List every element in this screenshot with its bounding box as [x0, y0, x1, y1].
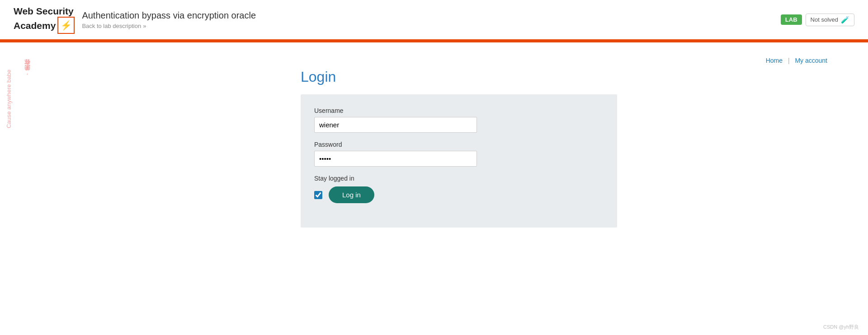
login-section: Login Username Password Stay logged in L…: [219, 69, 649, 228]
logo-area: Web Security Academy ⚡: [14, 5, 75, 34]
not-solved-badge: Not solved 🧪: [806, 14, 854, 26]
stay-logged-group: Stay logged in Log in: [314, 175, 604, 203]
stay-logged-checkbox[interactable]: [314, 191, 322, 199]
login-form-box: Username Password Stay logged in Log in: [301, 94, 617, 228]
password-label: Password: [314, 141, 604, 148]
login-button[interactable]: Log in: [329, 186, 374, 203]
checkbox-row: Log in: [314, 186, 604, 203]
watermark-left2: 来爱的，有你在: [23, 70, 32, 75]
watermark-left: Cause anywhere babe: [5, 70, 14, 128]
username-group: Username: [314, 107, 604, 133]
logo-text-block: Web Security Academy ⚡: [14, 5, 75, 34]
password-group: Password: [314, 141, 604, 167]
my-account-link[interactable]: My account: [795, 57, 827, 64]
logo-icon: ⚡: [57, 17, 75, 34]
username-label: Username: [314, 107, 604, 114]
username-input[interactable]: [314, 117, 477, 133]
flask-icon: 🧪: [841, 16, 849, 24]
login-title: Login: [301, 69, 649, 85]
lab-title: Authentication bypass via encryption ora…: [82, 10, 780, 21]
header: Web Security Academy ⚡ Authentication by…: [0, 0, 868, 41]
content-area: Home | My account Cause anywhere babe 来爱…: [0, 42, 868, 241]
back-to-lab-link[interactable]: Back to lab description »: [82, 23, 780, 29]
stay-logged-label: Stay logged in: [314, 175, 604, 182]
nav-links: Home | My account: [14, 51, 854, 69]
password-input[interactable]: [314, 151, 477, 167]
home-link[interactable]: Home: [766, 57, 783, 64]
lab-badge: LAB: [781, 14, 802, 25]
header-title-area: Authentication bypass via encryption ora…: [82, 10, 780, 29]
status-text: Not solved: [811, 16, 838, 23]
header-right: LAB Not solved 🧪: [781, 14, 854, 26]
logo-line1: Web Security: [14, 5, 75, 17]
logo-line2: Academy: [14, 20, 56, 31]
nav-divider: |: [788, 57, 790, 64]
